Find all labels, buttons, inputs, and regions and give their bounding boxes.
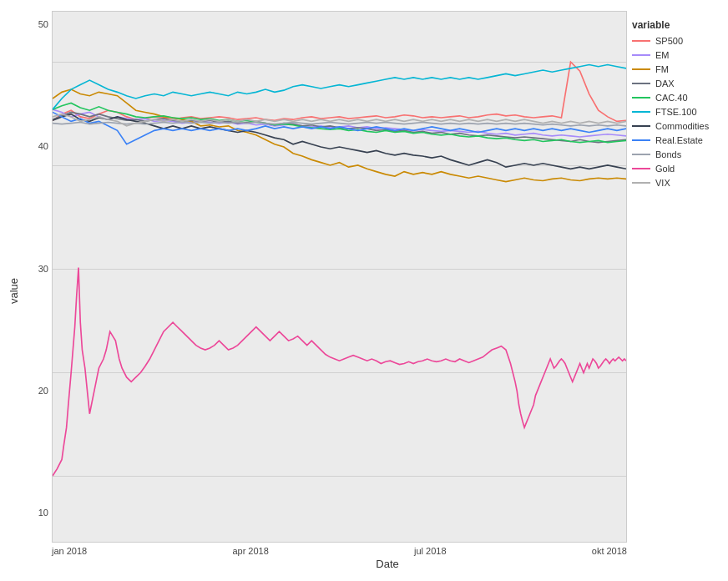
legend-item-sp500: SP500 <box>632 36 718 46</box>
legend-item-commodities: Commodities <box>632 121 718 131</box>
chart-and-y: 50 40 30 20 10 <box>25 11 723 543</box>
legend-label-dax: DAX <box>655 78 675 88</box>
legend-color-commodities <box>632 125 650 127</box>
legend-label-bonds: Bonds <box>655 149 681 159</box>
x-tick-jul: jul 2018 <box>414 546 447 556</box>
legend-color-vix <box>632 182 650 184</box>
legend-item-gold: Gold <box>632 164 718 174</box>
legend-title: variable <box>632 19 718 31</box>
line-ftse100 <box>53 65 626 110</box>
legend-color-gold <box>632 168 650 169</box>
x-axis: jan 2018 apr 2018 jul 2018 okt 2018 <box>25 543 627 556</box>
plot-area <box>52 11 627 543</box>
line-fm <box>53 89 626 182</box>
legend-item-bonds: Bonds <box>632 149 718 159</box>
legend-color-dax <box>632 83 650 84</box>
legend-label-vix: VIX <box>655 178 670 188</box>
x-axis-label: Date <box>25 556 723 570</box>
legend-color-cac40 <box>632 97 650 99</box>
y-axis-label: value <box>5 11 22 570</box>
legend-label-commodities: Commodities <box>655 121 709 131</box>
chart-wrapper: value 50 40 30 20 10 <box>5 11 723 570</box>
x-tick-jan: jan 2018 <box>52 546 87 556</box>
legend-color-fm <box>632 68 650 70</box>
legend-color-sp500 <box>632 40 650 42</box>
legend-item-ftse100: FTSE.100 <box>632 107 718 117</box>
legend-color-realestate <box>632 139 650 141</box>
legend-item-em: EM <box>632 50 718 60</box>
x-tick-apr: apr 2018 <box>232 546 268 556</box>
y-ticks: 50 40 30 20 10 <box>25 11 52 543</box>
legend-item-fm: FM <box>632 64 718 74</box>
chart-svg <box>53 12 626 542</box>
x-tick-okt: okt 2018 <box>592 546 627 556</box>
legend-label-cac40: CAC.40 <box>655 93 688 103</box>
legend-item-vix: VIX <box>632 178 718 188</box>
y-tick-10: 10 <box>38 508 48 518</box>
legend-item-cac40: CAC.40 <box>632 93 718 103</box>
chart-container: value 50 40 30 20 10 <box>0 0 728 581</box>
legend-label-fm: FM <box>655 64 669 74</box>
y-tick-40: 40 <box>38 141 48 151</box>
legend-label-gold: Gold <box>655 164 675 174</box>
legend-label-ftse100: FTSE.100 <box>655 107 697 117</box>
legend-label-realestate: Real.Estate <box>655 135 703 145</box>
legend-label-sp500: SP500 <box>655 36 683 46</box>
y-tick-30: 30 <box>38 264 48 274</box>
legend-item-dax: DAX <box>632 78 718 88</box>
legend-item-realestate: Real.Estate <box>632 135 718 145</box>
legend-label-em: EM <box>655 50 670 60</box>
legend-color-em <box>632 54 650 56</box>
y-tick-50: 50 <box>38 19 48 29</box>
legend-color-bonds <box>632 154 650 155</box>
legend: variable SP500 EM FM DA <box>627 11 723 543</box>
y-tick-20: 20 <box>38 386 48 396</box>
line-gold <box>53 268 626 477</box>
legend-color-ftse100 <box>632 111 650 113</box>
